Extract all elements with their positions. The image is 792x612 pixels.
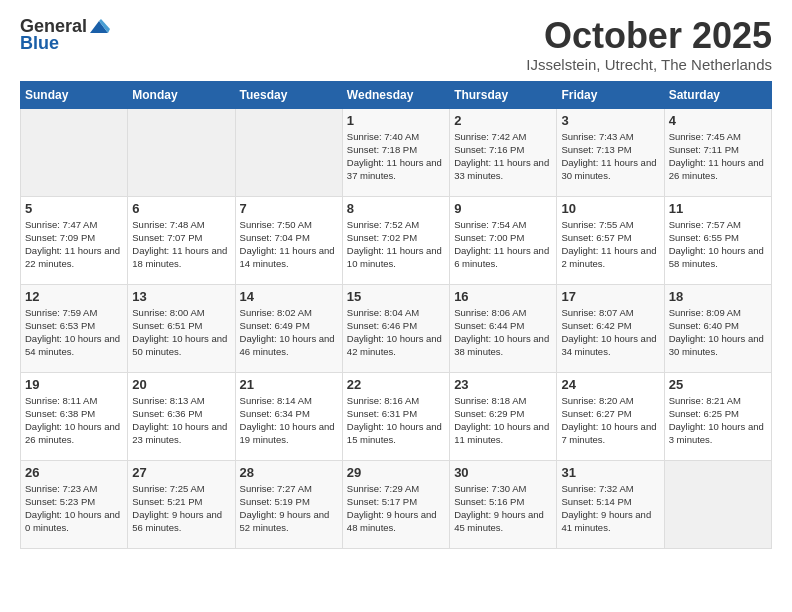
- day-number: 21: [240, 377, 338, 392]
- day-number: 2: [454, 113, 552, 128]
- calendar-cell: 31Sunrise: 7:32 AMSunset: 5:14 PMDayligh…: [557, 460, 664, 548]
- day-info: Sunrise: 8:18 AMSunset: 6:29 PMDaylight:…: [454, 394, 552, 447]
- calendar-cell: 1Sunrise: 7:40 AMSunset: 7:18 PMDaylight…: [342, 108, 449, 196]
- day-info: Sunrise: 7:32 AMSunset: 5:14 PMDaylight:…: [561, 482, 659, 535]
- calendar-cell: 15Sunrise: 8:04 AMSunset: 6:46 PMDayligh…: [342, 284, 449, 372]
- week-row-5: 26Sunrise: 7:23 AMSunset: 5:23 PMDayligh…: [21, 460, 772, 548]
- calendar-cell: 6Sunrise: 7:48 AMSunset: 7:07 PMDaylight…: [128, 196, 235, 284]
- day-number: 18: [669, 289, 767, 304]
- day-info: Sunrise: 7:40 AMSunset: 7:18 PMDaylight:…: [347, 130, 445, 183]
- calendar-cell: 28Sunrise: 7:27 AMSunset: 5:19 PMDayligh…: [235, 460, 342, 548]
- calendar-cell: 30Sunrise: 7:30 AMSunset: 5:16 PMDayligh…: [450, 460, 557, 548]
- day-number: 5: [25, 201, 123, 216]
- day-info: Sunrise: 7:25 AMSunset: 5:21 PMDaylight:…: [132, 482, 230, 535]
- day-info: Sunrise: 7:50 AMSunset: 7:04 PMDaylight:…: [240, 218, 338, 271]
- day-number: 25: [669, 377, 767, 392]
- weekday-header-friday: Friday: [557, 81, 664, 108]
- day-number: 16: [454, 289, 552, 304]
- day-number: 14: [240, 289, 338, 304]
- calendar-cell: 3Sunrise: 7:43 AMSunset: 7:13 PMDaylight…: [557, 108, 664, 196]
- logo-icon: [88, 19, 110, 35]
- calendar-cell: 20Sunrise: 8:13 AMSunset: 6:36 PMDayligh…: [128, 372, 235, 460]
- calendar-cell: 8Sunrise: 7:52 AMSunset: 7:02 PMDaylight…: [342, 196, 449, 284]
- calendar-cell: 26Sunrise: 7:23 AMSunset: 5:23 PMDayligh…: [21, 460, 128, 548]
- calendar-cell: 2Sunrise: 7:42 AMSunset: 7:16 PMDaylight…: [450, 108, 557, 196]
- day-number: 30: [454, 465, 552, 480]
- calendar-cell: 7Sunrise: 7:50 AMSunset: 7:04 PMDaylight…: [235, 196, 342, 284]
- day-number: 26: [25, 465, 123, 480]
- day-info: Sunrise: 7:48 AMSunset: 7:07 PMDaylight:…: [132, 218, 230, 271]
- week-row-1: 1Sunrise: 7:40 AMSunset: 7:18 PMDaylight…: [21, 108, 772, 196]
- day-info: Sunrise: 7:45 AMSunset: 7:11 PMDaylight:…: [669, 130, 767, 183]
- calendar-cell: [664, 460, 771, 548]
- day-number: 27: [132, 465, 230, 480]
- day-info: Sunrise: 7:55 AMSunset: 6:57 PMDaylight:…: [561, 218, 659, 271]
- calendar-cell: 24Sunrise: 8:20 AMSunset: 6:27 PMDayligh…: [557, 372, 664, 460]
- calendar-cell: 27Sunrise: 7:25 AMSunset: 5:21 PMDayligh…: [128, 460, 235, 548]
- weekday-header-monday: Monday: [128, 81, 235, 108]
- week-row-3: 12Sunrise: 7:59 AMSunset: 6:53 PMDayligh…: [21, 284, 772, 372]
- day-number: 28: [240, 465, 338, 480]
- calendar-cell: 23Sunrise: 8:18 AMSunset: 6:29 PMDayligh…: [450, 372, 557, 460]
- day-number: 23: [454, 377, 552, 392]
- day-info: Sunrise: 7:43 AMSunset: 7:13 PMDaylight:…: [561, 130, 659, 183]
- day-info: Sunrise: 8:00 AMSunset: 6:51 PMDaylight:…: [132, 306, 230, 359]
- weekday-header-thursday: Thursday: [450, 81, 557, 108]
- day-info: Sunrise: 7:47 AMSunset: 7:09 PMDaylight:…: [25, 218, 123, 271]
- calendar-cell: [128, 108, 235, 196]
- calendar-cell: 4Sunrise: 7:45 AMSunset: 7:11 PMDaylight…: [664, 108, 771, 196]
- calendar-cell: 19Sunrise: 8:11 AMSunset: 6:38 PMDayligh…: [21, 372, 128, 460]
- page-header: General Blue October 2025 IJsselstein, U…: [20, 16, 772, 73]
- calendar-cell: 25Sunrise: 8:21 AMSunset: 6:25 PMDayligh…: [664, 372, 771, 460]
- calendar-cell: 10Sunrise: 7:55 AMSunset: 6:57 PMDayligh…: [557, 196, 664, 284]
- week-row-2: 5Sunrise: 7:47 AMSunset: 7:09 PMDaylight…: [21, 196, 772, 284]
- weekday-header-saturday: Saturday: [664, 81, 771, 108]
- day-info: Sunrise: 8:06 AMSunset: 6:44 PMDaylight:…: [454, 306, 552, 359]
- location-subtitle: IJsselstein, Utrecht, The Netherlands: [526, 56, 772, 73]
- day-info: Sunrise: 7:59 AMSunset: 6:53 PMDaylight:…: [25, 306, 123, 359]
- calendar-cell: [235, 108, 342, 196]
- calendar-cell: 22Sunrise: 8:16 AMSunset: 6:31 PMDayligh…: [342, 372, 449, 460]
- day-number: 9: [454, 201, 552, 216]
- logo: General Blue: [20, 16, 111, 54]
- day-number: 31: [561, 465, 659, 480]
- day-number: 17: [561, 289, 659, 304]
- day-info: Sunrise: 7:57 AMSunset: 6:55 PMDaylight:…: [669, 218, 767, 271]
- day-info: Sunrise: 8:07 AMSunset: 6:42 PMDaylight:…: [561, 306, 659, 359]
- day-info: Sunrise: 8:21 AMSunset: 6:25 PMDaylight:…: [669, 394, 767, 447]
- day-info: Sunrise: 7:42 AMSunset: 7:16 PMDaylight:…: [454, 130, 552, 183]
- title-block: October 2025 IJsselstein, Utrecht, The N…: [526, 16, 772, 73]
- calendar-cell: 14Sunrise: 8:02 AMSunset: 6:49 PMDayligh…: [235, 284, 342, 372]
- calendar-cell: 16Sunrise: 8:06 AMSunset: 6:44 PMDayligh…: [450, 284, 557, 372]
- day-number: 11: [669, 201, 767, 216]
- day-number: 29: [347, 465, 445, 480]
- weekday-header-tuesday: Tuesday: [235, 81, 342, 108]
- day-number: 19: [25, 377, 123, 392]
- day-info: Sunrise: 8:20 AMSunset: 6:27 PMDaylight:…: [561, 394, 659, 447]
- day-number: 7: [240, 201, 338, 216]
- calendar-cell: 13Sunrise: 8:00 AMSunset: 6:51 PMDayligh…: [128, 284, 235, 372]
- day-info: Sunrise: 7:54 AMSunset: 7:00 PMDaylight:…: [454, 218, 552, 271]
- day-info: Sunrise: 8:16 AMSunset: 6:31 PMDaylight:…: [347, 394, 445, 447]
- day-number: 12: [25, 289, 123, 304]
- day-info: Sunrise: 8:14 AMSunset: 6:34 PMDaylight:…: [240, 394, 338, 447]
- day-number: 6: [132, 201, 230, 216]
- weekday-header-sunday: Sunday: [21, 81, 128, 108]
- logo-blue-text: Blue: [20, 33, 59, 54]
- calendar-cell: 9Sunrise: 7:54 AMSunset: 7:00 PMDaylight…: [450, 196, 557, 284]
- day-number: 15: [347, 289, 445, 304]
- calendar-cell: 5Sunrise: 7:47 AMSunset: 7:09 PMDaylight…: [21, 196, 128, 284]
- day-info: Sunrise: 8:09 AMSunset: 6:40 PMDaylight:…: [669, 306, 767, 359]
- day-number: 1: [347, 113, 445, 128]
- calendar-cell: 18Sunrise: 8:09 AMSunset: 6:40 PMDayligh…: [664, 284, 771, 372]
- day-number: 20: [132, 377, 230, 392]
- week-row-4: 19Sunrise: 8:11 AMSunset: 6:38 PMDayligh…: [21, 372, 772, 460]
- day-number: 24: [561, 377, 659, 392]
- day-info: Sunrise: 7:29 AMSunset: 5:17 PMDaylight:…: [347, 482, 445, 535]
- day-number: 10: [561, 201, 659, 216]
- day-info: Sunrise: 7:27 AMSunset: 5:19 PMDaylight:…: [240, 482, 338, 535]
- day-number: 13: [132, 289, 230, 304]
- day-number: 4: [669, 113, 767, 128]
- day-info: Sunrise: 8:02 AMSunset: 6:49 PMDaylight:…: [240, 306, 338, 359]
- calendar-cell: 11Sunrise: 7:57 AMSunset: 6:55 PMDayligh…: [664, 196, 771, 284]
